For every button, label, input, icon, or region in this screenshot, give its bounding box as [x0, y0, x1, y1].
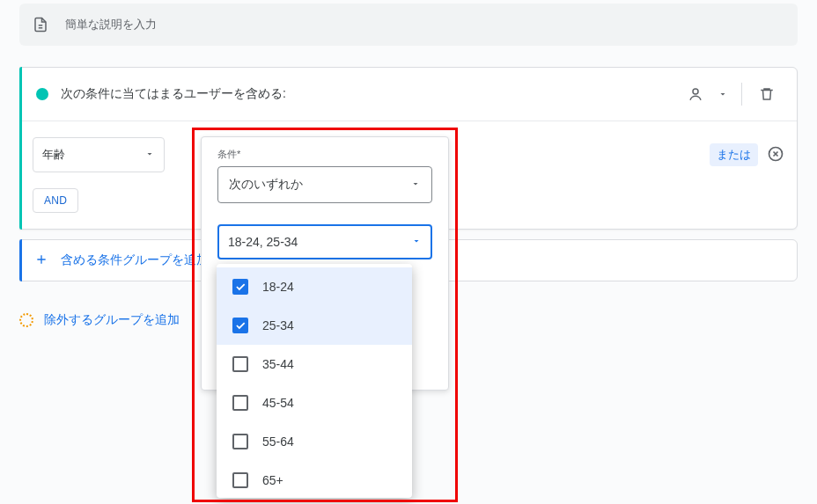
value-option-label: 55-64 [262, 435, 294, 449]
value-option[interactable]: 35-44 [217, 345, 412, 383]
document-icon [32, 16, 49, 33]
checkbox-icon [232, 472, 248, 488]
scope-user-icon[interactable] [681, 80, 710, 108]
condition-value-select[interactable]: 18-24, 25-34 [217, 224, 432, 259]
condition-operator-select[interactable]: 次のいずれか [217, 166, 432, 203]
divider [741, 83, 742, 106]
description-bar[interactable]: 簡単な説明を入力 [19, 4, 798, 46]
value-option[interactable]: 65+ [217, 461, 412, 498]
checkbox-icon [232, 318, 248, 333]
condition-value-display: 18-24, 25-34 [228, 235, 298, 249]
condition-field-label: 条件* [217, 148, 432, 161]
group-title: 次の条件に当てはまるユーザーを含める: [61, 86, 681, 102]
remove-condition-button[interactable] [767, 145, 784, 165]
chevron-down-icon [410, 178, 421, 192]
group-actions [681, 80, 781, 108]
chevron-down-icon[interactable] [715, 80, 731, 108]
add-accent [19, 239, 22, 281]
value-option-label: 25-34 [262, 318, 294, 332]
value-dropdown: 18-2425-3435-4445-5455-6465+ [217, 264, 412, 498]
add-exclude-group-button[interactable]: 除外するグループを追加 [19, 303, 180, 338]
value-option-label: 35-44 [262, 357, 294, 371]
exclude-ring-icon [19, 313, 33, 327]
value-option[interactable]: 25-34 [217, 306, 412, 345]
include-dot-icon [36, 88, 48, 100]
and-button[interactable]: AND [33, 188, 78, 213]
value-option[interactable]: 18-24 [217, 267, 412, 306]
exclude-group-label: 除外するグループを追加 [44, 312, 180, 328]
condition-operator-value: 次のいずれか [229, 177, 303, 193]
svg-point-0 [693, 89, 698, 94]
add-condition-group-label: 含める条件グループを追加 [61, 252, 209, 268]
description-placeholder: 簡単な説明を入力 [65, 17, 157, 33]
group-header: 次の条件に当てはまるユーザーを含める: [20, 68, 797, 121]
plus-icon [34, 252, 48, 269]
value-option[interactable]: 55-64 [217, 422, 412, 461]
checkbox-icon [232, 395, 248, 411]
chevron-down-icon [144, 149, 155, 162]
checkbox-icon [232, 279, 248, 295]
dimension-select[interactable]: 年齢 [33, 137, 165, 172]
value-option-label: 18-24 [262, 280, 294, 294]
value-option[interactable]: 45-54 [217, 383, 412, 422]
or-button[interactable]: または [710, 143, 758, 166]
value-option-label: 65+ [262, 473, 283, 487]
checkbox-icon [232, 356, 248, 372]
checkbox-icon [232, 434, 248, 449]
dimension-label: 年齢 [42, 147, 65, 163]
delete-group-button[interactable] [753, 80, 781, 108]
chevron-down-icon [411, 235, 422, 249]
value-option-label: 45-54 [262, 396, 294, 410]
